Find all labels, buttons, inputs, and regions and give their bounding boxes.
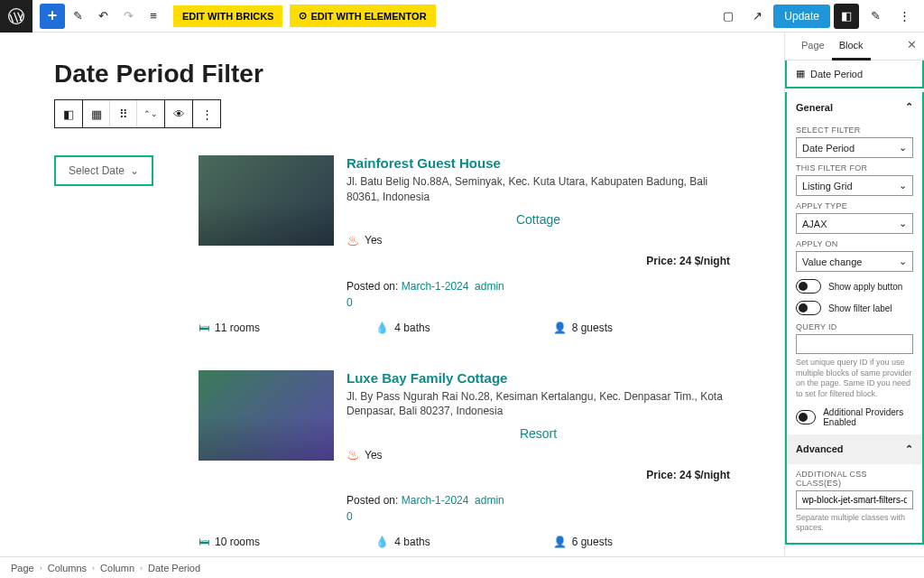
block-identity: ▦ Date Period bbox=[785, 61, 924, 89]
edit-icon[interactable]: ✎ bbox=[65, 0, 90, 33]
section-general[interactable]: General⌃ bbox=[796, 92, 913, 120]
apply-on-dropdown[interactable]: Value change⌄ bbox=[796, 251, 913, 272]
page-title[interactable]: Date Period Filter bbox=[54, 60, 730, 89]
date-period-filter-block[interactable]: Select Date⌄ bbox=[54, 155, 153, 186]
bath-icon: 💧 bbox=[375, 322, 389, 334]
close-sidebar-icon[interactable]: ✕ bbox=[907, 38, 917, 51]
query-id-help: Set unique query ID if you use multiple … bbox=[796, 358, 913, 400]
listing-price: Price: 24 $/night bbox=[346, 469, 730, 481]
posted-date-link[interactable]: March-1-2024 bbox=[402, 280, 469, 293]
listing-thumbnail[interactable] bbox=[199, 370, 334, 461]
preview-icon[interactable]: 👁 bbox=[165, 100, 192, 127]
settings-sidebar: Page Block ✕ ▦ Date Period General⌃ SELE… bbox=[784, 33, 924, 556]
chevron-down-icon: ⌄ bbox=[899, 218, 907, 229]
move-icon[interactable]: ⠿ bbox=[110, 100, 137, 127]
chevron-down-icon: ⌄ bbox=[130, 164, 139, 177]
listing-thumbnail[interactable] bbox=[199, 155, 334, 246]
editor-canvas: Date Period Filter ◧ ▦ ⠿ ⌃⌄ 👁 ⋮ Select D… bbox=[0, 33, 784, 556]
block-more-icon[interactable]: ⋮ bbox=[193, 100, 220, 127]
label-apply-on: APPLY ON bbox=[796, 239, 913, 248]
posted-meta: Posted on: March-1-2024 admin bbox=[346, 494, 730, 507]
more-menu-icon[interactable]: ⋮ bbox=[892, 4, 917, 29]
calendar-icon: ▦ bbox=[796, 68, 805, 79]
author-link[interactable]: admin bbox=[475, 280, 504, 293]
show-label-toggle[interactable] bbox=[796, 301, 821, 315]
update-button[interactable]: Update bbox=[773, 5, 830, 28]
redo-icon[interactable]: ↷ bbox=[116, 0, 141, 33]
hot-value: Yes bbox=[365, 449, 383, 461]
listing-address: Jl. Batu Belig No.88A, Seminyak, Kec. Ku… bbox=[346, 174, 730, 205]
chevron-up-icon: ⌃ bbox=[905, 101, 913, 113]
breadcrumb: Page› Columns› Column› Date Period bbox=[0, 556, 924, 578]
label-select-filter: SELECT FILTER bbox=[796, 126, 913, 135]
show-apply-label: Show apply button bbox=[828, 282, 902, 292]
comment-count: 0 bbox=[346, 510, 730, 523]
block-type-icon[interactable]: ◧ bbox=[55, 100, 82, 127]
chevron-down-icon: ⌄ bbox=[899, 180, 907, 191]
posted-date-link[interactable]: March-1-2024 bbox=[402, 494, 469, 507]
css-classes-input[interactable] bbox=[796, 490, 913, 509]
list-view-icon[interactable]: ≡ bbox=[141, 0, 166, 33]
crumb[interactable]: Column bbox=[100, 563, 134, 573]
listing-title-link[interactable]: Rainforest Guest House bbox=[346, 155, 730, 171]
flame-icon: ♨ bbox=[346, 232, 359, 249]
listing-item: Rainforest Guest House Jl. Batu Belig No… bbox=[199, 155, 730, 334]
select-filter-dropdown[interactable]: Date Period⌄ bbox=[796, 137, 913, 158]
listing-type: Resort bbox=[346, 426, 730, 441]
flame-icon: ♨ bbox=[346, 446, 359, 463]
wordpress-logo[interactable] bbox=[0, 0, 32, 33]
providers-toggle[interactable] bbox=[796, 410, 816, 424]
baths-count: 💧4 baths bbox=[375, 322, 552, 334]
tab-block[interactable]: Block bbox=[832, 33, 871, 61]
providers-label: Additional Providers Enabled bbox=[823, 407, 913, 427]
bath-icon: 💧 bbox=[375, 536, 389, 548]
chevron-down-icon: ⌄ bbox=[899, 142, 907, 154]
listing-item: Luxe Bay Family Cottage Jl. By Pass Ngur… bbox=[199, 370, 730, 549]
top-toolbar: + ✎ ↶ ↷ ≡ EDIT WITH BRICKS ⊙EDIT WITH EL… bbox=[0, 0, 924, 33]
crumb[interactable]: Page bbox=[11, 563, 34, 573]
author-link[interactable]: admin bbox=[475, 494, 504, 507]
rooms-count: 🛏10 rooms bbox=[199, 536, 375, 548]
show-label-label: Show filter label bbox=[828, 303, 892, 313]
styles-icon[interactable]: ✎ bbox=[863, 4, 888, 29]
css-help: Separate multiple classes with spaces. bbox=[796, 513, 913, 534]
comment-count: 0 bbox=[346, 296, 730, 309]
bed-icon: 🛏 bbox=[199, 536, 209, 548]
person-icon: 👤 bbox=[553, 536, 567, 548]
drag-handle-icon[interactable]: ▦ bbox=[83, 100, 110, 127]
edit-elementor-button[interactable]: ⊙EDIT WITH ELEMENTOR bbox=[290, 5, 435, 27]
label-filter-for: THIS FILTER FOR bbox=[796, 163, 913, 172]
undo-icon[interactable]: ↶ bbox=[90, 0, 116, 33]
listing-price: Price: 24 $/night bbox=[346, 255, 730, 267]
label-apply-type: APPLY TYPE bbox=[796, 201, 913, 210]
arrows-icon[interactable]: ⌃⌄ bbox=[137, 100, 164, 127]
desktop-view-icon[interactable]: ▢ bbox=[716, 4, 741, 29]
person-icon: 👤 bbox=[553, 322, 567, 334]
chevron-up-icon: ⌃ bbox=[905, 443, 913, 455]
filter-for-dropdown[interactable]: Listing Grid⌄ bbox=[796, 175, 913, 196]
label-css-classes: ADDITIONAL CSS CLASS(ES) bbox=[796, 470, 913, 488]
tab-page[interactable]: Page bbox=[794, 33, 832, 60]
chevron-down-icon: ⌄ bbox=[899, 256, 907, 267]
baths-count: 💧4 baths bbox=[375, 536, 552, 548]
settings-panel-toggle[interactable]: ◧ bbox=[834, 4, 859, 29]
posted-meta: Posted on: March-1-2024 admin bbox=[346, 280, 730, 293]
query-id-input[interactable] bbox=[796, 334, 913, 354]
guests-count: 👤8 guests bbox=[553, 322, 730, 334]
crumb[interactable]: Columns bbox=[48, 563, 87, 573]
bed-icon: 🛏 bbox=[199, 322, 209, 334]
show-apply-toggle[interactable] bbox=[796, 279, 821, 294]
listing-title-link[interactable]: Luxe Bay Family Cottage bbox=[346, 370, 730, 386]
hot-value: Yes bbox=[365, 234, 383, 247]
label-query-id: QUERY ID bbox=[796, 322, 913, 331]
crumb[interactable]: Date Period bbox=[148, 563, 200, 573]
block-toolbar: ◧ ▦ ⠿ ⌃⌄ 👁 ⋮ bbox=[54, 99, 221, 128]
add-block-button[interactable]: + bbox=[40, 4, 65, 29]
edit-bricks-button[interactable]: EDIT WITH BRICKS bbox=[173, 5, 282, 27]
external-link-icon[interactable]: ↗ bbox=[744, 4, 770, 29]
listing-address: Jl. By Pass Ngurah Rai No.28, Kesiman Ke… bbox=[346, 389, 730, 420]
guests-count: 👤6 guests bbox=[553, 536, 730, 548]
listing-type: Cottage bbox=[346, 212, 730, 227]
section-advanced[interactable]: Advanced⌃ bbox=[787, 434, 922, 464]
apply-type-dropdown[interactable]: AJAX⌄ bbox=[796, 213, 913, 234]
